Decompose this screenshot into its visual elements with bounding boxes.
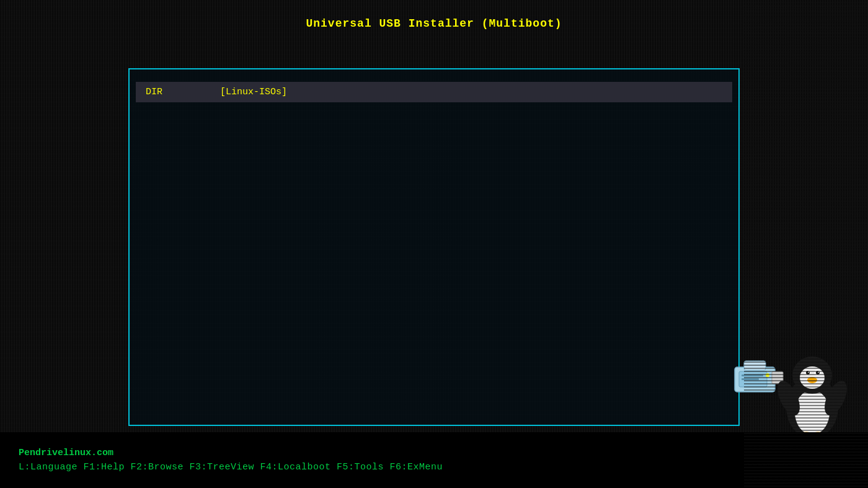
svg-point-6 <box>766 373 769 377</box>
bottom-bar: Pendrivelinux.com L:Language F1:Help F2:… <box>0 432 868 488</box>
tux-mascot <box>725 345 849 441</box>
svg-point-15 <box>816 371 820 375</box>
svg-point-8 <box>795 390 830 435</box>
file-type: DIR <box>146 87 220 97</box>
site-label: Pendrivelinux.com <box>19 448 849 458</box>
app-title: Universal USB Installer (Multiboot) <box>0 0 868 42</box>
svg-rect-4 <box>742 375 763 376</box>
mascot-area <box>713 342 849 441</box>
file-list: DIR [Linux-ISOs] <box>136 82 732 102</box>
svg-rect-5 <box>742 378 759 380</box>
tux-penguin <box>775 345 849 441</box>
svg-rect-1 <box>744 361 766 370</box>
svg-point-13 <box>808 371 809 373</box>
svg-point-16 <box>818 371 819 373</box>
main-panel: DIR [Linux-ISOs] <box>128 68 740 426</box>
file-name: [Linux-ISOs] <box>220 87 287 97</box>
key-shortcuts: L:Language F1:Help F2:Browse F3:TreeView… <box>19 462 849 472</box>
list-item[interactable]: DIR [Linux-ISOs] <box>136 82 732 102</box>
svg-point-12 <box>806 371 810 375</box>
